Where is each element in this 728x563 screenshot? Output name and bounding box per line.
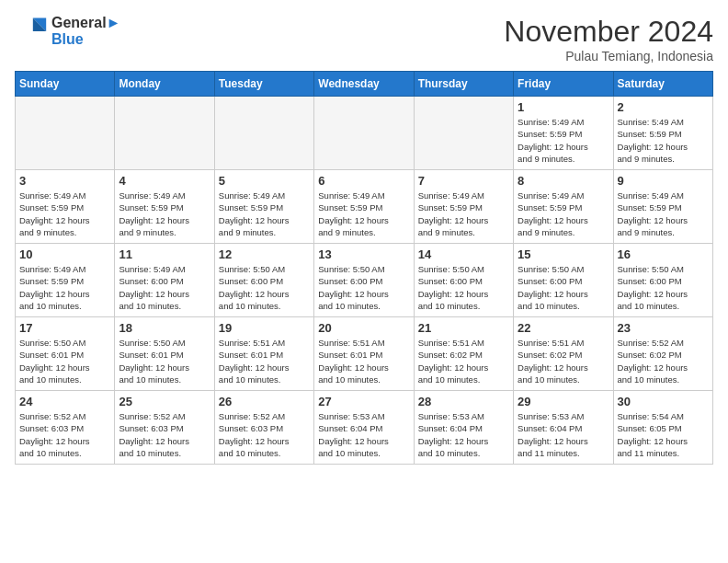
calendar-week-row: 24Sunrise: 5:52 AM Sunset: 6:03 PM Dayli… <box>16 391 713 465</box>
day-number: 10 <box>19 247 110 261</box>
calendar-cell: 27Sunrise: 5:53 AM Sunset: 6:04 PM Dayli… <box>314 391 414 465</box>
calendar-cell: 17Sunrise: 5:50 AM Sunset: 6:01 PM Dayli… <box>16 317 115 391</box>
calendar-cell: 26Sunrise: 5:52 AM Sunset: 6:03 PM Dayli… <box>214 391 313 465</box>
calendar-cell: 16Sunrise: 5:50 AM Sunset: 6:00 PM Dayli… <box>613 244 712 317</box>
day-number: 27 <box>318 395 409 408</box>
day-number: 16 <box>618 247 709 261</box>
page-header: General► Blue November 2024 Pulau Temian… <box>15 15 713 63</box>
calendar-cell: 9Sunrise: 5:49 AM Sunset: 5:59 PM Daylig… <box>613 170 712 244</box>
calendar-cell: 6Sunrise: 5:49 AM Sunset: 5:59 PM Daylig… <box>314 170 414 244</box>
day-number: 18 <box>119 321 210 335</box>
day-number: 19 <box>219 321 310 335</box>
calendar-cell: 30Sunrise: 5:54 AM Sunset: 6:05 PM Dayli… <box>613 391 712 465</box>
day-number: 15 <box>518 247 609 261</box>
day-info: Sunrise: 5:52 AM Sunset: 6:03 PM Dayligh… <box>19 410 110 459</box>
day-number: 12 <box>219 247 310 261</box>
calendar-cell: 12Sunrise: 5:50 AM Sunset: 6:00 PM Dayli… <box>214 244 313 317</box>
day-of-week-header: Thursday <box>414 72 513 97</box>
calendar-cell: 15Sunrise: 5:50 AM Sunset: 6:00 PM Dayli… <box>514 244 613 317</box>
calendar-week-row: 10Sunrise: 5:49 AM Sunset: 5:59 PM Dayli… <box>16 244 713 317</box>
day-info: Sunrise: 5:52 AM Sunset: 6:03 PM Dayligh… <box>219 410 310 459</box>
day-info: Sunrise: 5:49 AM Sunset: 5:59 PM Dayligh… <box>418 190 509 238</box>
day-info: Sunrise: 5:49 AM Sunset: 5:59 PM Dayligh… <box>518 116 609 165</box>
calendar-cell: 25Sunrise: 5:52 AM Sunset: 6:03 PM Dayli… <box>115 391 214 465</box>
day-info: Sunrise: 5:49 AM Sunset: 5:59 PM Dayligh… <box>19 263 110 312</box>
day-of-week-header: Saturday <box>613 72 712 97</box>
calendar-cell: 21Sunrise: 5:51 AM Sunset: 6:02 PM Dayli… <box>414 317 513 391</box>
day-info: Sunrise: 5:50 AM Sunset: 6:01 PM Dayligh… <box>119 337 210 385</box>
day-number: 11 <box>119 247 210 261</box>
day-info: Sunrise: 5:54 AM Sunset: 6:05 PM Dayligh… <box>618 410 709 459</box>
calendar-cell: 11Sunrise: 5:49 AM Sunset: 6:00 PM Dayli… <box>115 244 214 317</box>
calendar-cell: 3Sunrise: 5:49 AM Sunset: 5:59 PM Daylig… <box>16 170 115 244</box>
day-info: Sunrise: 5:51 AM Sunset: 6:01 PM Dayligh… <box>318 337 409 385</box>
day-number: 28 <box>418 395 509 408</box>
day-number: 22 <box>518 321 609 335</box>
calendar-week-row: 1Sunrise: 5:49 AM Sunset: 5:59 PM Daylig… <box>16 97 713 170</box>
calendar-cell: 24Sunrise: 5:52 AM Sunset: 6:03 PM Dayli… <box>16 391 115 465</box>
calendar-cell: 8Sunrise: 5:49 AM Sunset: 5:59 PM Daylig… <box>514 170 613 244</box>
day-number: 2 <box>618 100 709 114</box>
calendar-cell: 4Sunrise: 5:49 AM Sunset: 5:59 PM Daylig… <box>115 170 214 244</box>
calendar-cell: 14Sunrise: 5:50 AM Sunset: 6:00 PM Dayli… <box>414 244 513 317</box>
day-info: Sunrise: 5:49 AM Sunset: 5:59 PM Dayligh… <box>618 190 709 238</box>
day-info: Sunrise: 5:52 AM Sunset: 6:02 PM Dayligh… <box>618 337 709 385</box>
day-info: Sunrise: 5:52 AM Sunset: 6:03 PM Dayligh… <box>119 410 210 459</box>
day-of-week-header: Wednesday <box>314 72 414 97</box>
day-number: 20 <box>318 321 409 335</box>
day-info: Sunrise: 5:50 AM Sunset: 6:00 PM Dayligh… <box>318 263 409 312</box>
calendar-cell <box>314 97 414 170</box>
day-info: Sunrise: 5:49 AM Sunset: 5:59 PM Dayligh… <box>518 190 609 238</box>
calendar-week-row: 3Sunrise: 5:49 AM Sunset: 5:59 PM Daylig… <box>16 170 713 244</box>
day-number: 23 <box>618 321 709 335</box>
day-of-week-header: Tuesday <box>214 72 313 97</box>
location: Pulau Temiang, Indonesia <box>504 49 713 63</box>
day-number: 3 <box>19 174 110 188</box>
day-number: 1 <box>518 100 609 114</box>
day-number: 30 <box>618 395 709 408</box>
day-number: 13 <box>318 247 409 261</box>
calendar-cell: 23Sunrise: 5:52 AM Sunset: 6:02 PM Dayli… <box>613 317 712 391</box>
calendar-cell <box>414 97 513 170</box>
day-of-week-header: Friday <box>514 72 613 97</box>
calendar-cell <box>115 97 214 170</box>
day-info: Sunrise: 5:49 AM Sunset: 5:59 PM Dayligh… <box>19 190 110 238</box>
calendar-cell: 28Sunrise: 5:53 AM Sunset: 6:04 PM Dayli… <box>414 391 513 465</box>
day-info: Sunrise: 5:50 AM Sunset: 6:00 PM Dayligh… <box>418 263 509 312</box>
day-number: 26 <box>219 395 310 408</box>
calendar-body: 1Sunrise: 5:49 AM Sunset: 5:59 PM Daylig… <box>16 97 713 465</box>
calendar-cell <box>16 97 115 170</box>
day-info: Sunrise: 5:50 AM Sunset: 6:01 PM Dayligh… <box>19 337 110 385</box>
day-info: Sunrise: 5:53 AM Sunset: 6:04 PM Dayligh… <box>318 410 409 459</box>
day-of-week-header: Monday <box>115 72 214 97</box>
day-number: 8 <box>518 174 609 188</box>
day-number: 25 <box>119 395 210 408</box>
day-number: 14 <box>418 247 509 261</box>
day-info: Sunrise: 5:49 AM Sunset: 5:59 PM Dayligh… <box>618 116 709 165</box>
logo: General► Blue <box>15 15 120 48</box>
day-info: Sunrise: 5:49 AM Sunset: 5:59 PM Dayligh… <box>318 190 409 238</box>
calendar-header-row: SundayMondayTuesdayWednesdayThursdayFrid… <box>16 72 713 97</box>
day-number: 17 <box>19 321 110 335</box>
day-number: 24 <box>19 395 110 408</box>
calendar-cell <box>214 97 313 170</box>
day-of-week-header: Sunday <box>16 72 115 97</box>
day-number: 29 <box>518 395 609 408</box>
calendar-cell: 19Sunrise: 5:51 AM Sunset: 6:01 PM Dayli… <box>214 317 313 391</box>
logo-text: General► Blue <box>51 15 120 48</box>
day-info: Sunrise: 5:51 AM Sunset: 6:02 PM Dayligh… <box>418 337 509 385</box>
calendar-cell: 7Sunrise: 5:49 AM Sunset: 5:59 PM Daylig… <box>414 170 513 244</box>
calendar-cell: 13Sunrise: 5:50 AM Sunset: 6:00 PM Dayli… <box>314 244 414 317</box>
day-number: 6 <box>318 174 409 188</box>
day-info: Sunrise: 5:50 AM Sunset: 6:00 PM Dayligh… <box>618 263 709 312</box>
day-number: 4 <box>119 174 210 188</box>
day-info: Sunrise: 5:51 AM Sunset: 6:01 PM Dayligh… <box>219 337 310 385</box>
day-info: Sunrise: 5:53 AM Sunset: 6:04 PM Dayligh… <box>518 410 609 459</box>
calendar-week-row: 17Sunrise: 5:50 AM Sunset: 6:01 PM Dayli… <box>16 317 713 391</box>
month-title: November 2024 <box>504 15 713 49</box>
day-number: 21 <box>418 321 509 335</box>
calendar-cell: 22Sunrise: 5:51 AM Sunset: 6:02 PM Dayli… <box>514 317 613 391</box>
day-info: Sunrise: 5:51 AM Sunset: 6:02 PM Dayligh… <box>518 337 609 385</box>
day-info: Sunrise: 5:49 AM Sunset: 5:59 PM Dayligh… <box>219 190 310 238</box>
calendar-cell: 29Sunrise: 5:53 AM Sunset: 6:04 PM Dayli… <box>514 391 613 465</box>
